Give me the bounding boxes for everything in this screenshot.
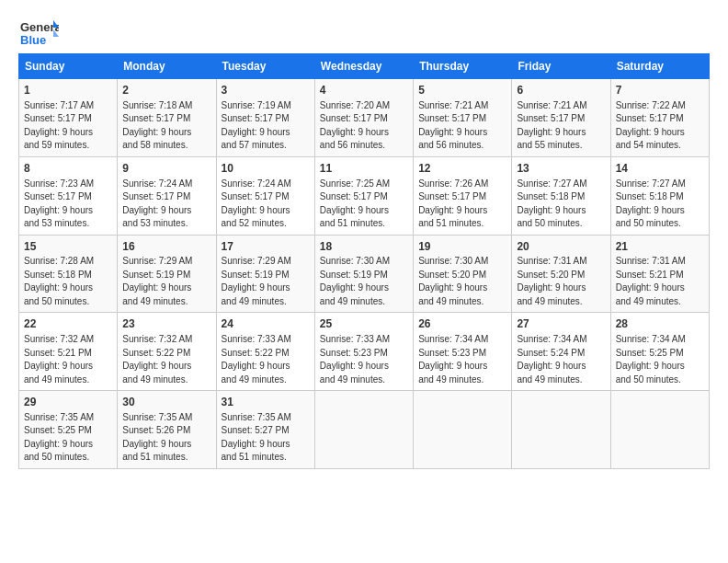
- col-header-saturday: Saturday: [610, 54, 709, 79]
- logo: General Blue: [18, 17, 59, 50]
- cell-1-7: 7Sunrise: 7:22 AMSunset: 5:17 PMDaylight…: [610, 79, 709, 157]
- cell-content: Sunrise: 7:18 AMSunset: 5:17 PMDaylight:…: [122, 99, 210, 153]
- cell-5-6: [512, 391, 610, 469]
- cell-4-6: 27Sunrise: 7:34 AMSunset: 5:24 PMDayligh…: [512, 313, 610, 391]
- week-row-2: 8Sunrise: 7:23 AMSunset: 5:17 PMDaylight…: [19, 156, 710, 235]
- cell-3-7: 21Sunrise: 7:31 AMSunset: 5:21 PMDayligh…: [610, 235, 709, 313]
- day-number: 22: [24, 316, 112, 332]
- day-number: 17: [222, 239, 310, 255]
- cell-1-5: 5Sunrise: 7:21 AMSunset: 5:17 PMDaylight…: [414, 79, 512, 157]
- cell-content: Sunrise: 7:32 AMSunset: 5:22 PMDaylight:…: [122, 333, 210, 386]
- cell-content: Sunrise: 7:31 AMSunset: 5:21 PMDaylight:…: [616, 255, 704, 308]
- day-number: 23: [122, 316, 210, 332]
- day-number: 1: [24, 83, 112, 98]
- cell-content: Sunrise: 7:27 AMSunset: 5:18 PMDaylight:…: [517, 178, 605, 231]
- day-number: 10: [222, 161, 310, 177]
- cell-content: Sunrise: 7:34 AMSunset: 5:25 PMDaylight:…: [616, 333, 704, 386]
- cell-2-7: 14Sunrise: 7:27 AMSunset: 5:18 PMDayligh…: [610, 156, 709, 235]
- col-header-wednesday: Wednesday: [314, 54, 413, 79]
- week-row-5: 29Sunrise: 7:35 AMSunset: 5:25 PMDayligh…: [19, 391, 710, 469]
- cell-3-5: 19Sunrise: 7:30 AMSunset: 5:20 PMDayligh…: [414, 235, 512, 313]
- cell-content: Sunrise: 7:23 AMSunset: 5:17 PMDaylight:…: [24, 178, 112, 231]
- cell-1-3: 3Sunrise: 7:19 AMSunset: 5:17 PMDaylight…: [216, 79, 314, 157]
- cell-content: Sunrise: 7:21 AMSunset: 5:17 PMDaylight:…: [418, 99, 506, 153]
- col-header-monday: Monday: [118, 54, 216, 79]
- cell-5-7: [610, 391, 709, 469]
- cell-content: Sunrise: 7:25 AMSunset: 5:17 PMDaylight:…: [320, 178, 408, 231]
- col-header-friday: Friday: [512, 54, 610, 79]
- cell-1-4: 4Sunrise: 7:20 AMSunset: 5:17 PMDaylight…: [314, 79, 413, 157]
- day-number: 7: [616, 83, 704, 98]
- cell-content: Sunrise: 7:34 AMSunset: 5:24 PMDaylight:…: [517, 333, 605, 386]
- cell-content: Sunrise: 7:33 AMSunset: 5:23 PMDaylight:…: [320, 333, 408, 386]
- week-row-3: 15Sunrise: 7:28 AMSunset: 5:18 PMDayligh…: [19, 235, 710, 313]
- cell-content: Sunrise: 7:29 AMSunset: 5:19 PMDaylight:…: [222, 255, 310, 308]
- cell-content: Sunrise: 7:26 AMSunset: 5:17 PMDaylight:…: [418, 178, 506, 231]
- cell-4-3: 24Sunrise: 7:33 AMSunset: 5:22 PMDayligh…: [216, 313, 314, 391]
- cell-content: Sunrise: 7:35 AMSunset: 5:26 PMDaylight:…: [122, 411, 210, 465]
- day-number: 13: [517, 161, 605, 177]
- cell-5-4: [314, 391, 413, 469]
- cell-2-5: 12Sunrise: 7:26 AMSunset: 5:17 PMDayligh…: [414, 156, 512, 235]
- day-number: 24: [222, 316, 310, 332]
- cell-2-6: 13Sunrise: 7:27 AMSunset: 5:18 PMDayligh…: [512, 156, 610, 235]
- page: General Blue SundayMondayTuesdayWednesda…: [0, 0, 728, 478]
- cell-content: Sunrise: 7:24 AMSunset: 5:17 PMDaylight:…: [122, 178, 210, 231]
- cell-content: Sunrise: 7:22 AMSunset: 5:17 PMDaylight:…: [616, 99, 704, 153]
- day-number: 12: [418, 161, 506, 177]
- day-number: 26: [418, 316, 506, 332]
- day-number: 8: [24, 161, 112, 177]
- cell-content: Sunrise: 7:19 AMSunset: 5:17 PMDaylight:…: [222, 99, 310, 153]
- day-number: 31: [222, 395, 310, 410]
- day-number: 28: [616, 316, 704, 332]
- svg-text:Blue: Blue: [20, 33, 46, 47]
- cell-4-2: 23Sunrise: 7:32 AMSunset: 5:22 PMDayligh…: [118, 313, 216, 391]
- cell-5-2: 30Sunrise: 7:35 AMSunset: 5:26 PMDayligh…: [118, 391, 216, 469]
- cell-3-6: 20Sunrise: 7:31 AMSunset: 5:20 PMDayligh…: [512, 235, 610, 313]
- day-number: 16: [122, 239, 210, 255]
- cell-content: Sunrise: 7:30 AMSunset: 5:20 PMDaylight:…: [418, 255, 506, 308]
- cell-3-4: 18Sunrise: 7:30 AMSunset: 5:19 PMDayligh…: [314, 235, 413, 313]
- cell-2-3: 10Sunrise: 7:24 AMSunset: 5:17 PMDayligh…: [216, 156, 314, 235]
- calendar-table: SundayMondayTuesdayWednesdayThursdayFrid…: [18, 53, 710, 469]
- cell-content: Sunrise: 7:32 AMSunset: 5:21 PMDaylight:…: [24, 333, 112, 386]
- svg-text:General: General: [20, 20, 59, 34]
- cell-1-1: 1Sunrise: 7:17 AMSunset: 5:17 PMDaylight…: [19, 79, 118, 157]
- logo-svg: General Blue: [18, 17, 59, 50]
- header: General Blue: [18, 17, 710, 50]
- day-number: 9: [122, 161, 210, 177]
- cell-content: Sunrise: 7:33 AMSunset: 5:22 PMDaylight:…: [222, 333, 310, 386]
- day-number: 14: [616, 161, 704, 177]
- week-row-4: 22Sunrise: 7:32 AMSunset: 5:21 PMDayligh…: [19, 313, 710, 391]
- day-number: 11: [320, 161, 408, 177]
- cell-3-2: 16Sunrise: 7:29 AMSunset: 5:19 PMDayligh…: [118, 235, 216, 313]
- cell-content: Sunrise: 7:34 AMSunset: 5:23 PMDaylight:…: [418, 333, 506, 386]
- cell-content: Sunrise: 7:29 AMSunset: 5:19 PMDaylight:…: [122, 255, 210, 308]
- cell-5-1: 29Sunrise: 7:35 AMSunset: 5:25 PMDayligh…: [19, 391, 118, 469]
- day-number: 20: [517, 239, 605, 255]
- cell-4-7: 28Sunrise: 7:34 AMSunset: 5:25 PMDayligh…: [610, 313, 709, 391]
- day-number: 19: [418, 239, 506, 255]
- cell-2-2: 9Sunrise: 7:24 AMSunset: 5:17 PMDaylight…: [118, 156, 216, 235]
- day-number: 15: [24, 239, 112, 255]
- cell-4-4: 25Sunrise: 7:33 AMSunset: 5:23 PMDayligh…: [314, 313, 413, 391]
- cell-content: Sunrise: 7:28 AMSunset: 5:18 PMDaylight:…: [24, 255, 112, 308]
- cell-content: Sunrise: 7:24 AMSunset: 5:17 PMDaylight:…: [222, 178, 310, 231]
- cell-content: Sunrise: 7:35 AMSunset: 5:25 PMDaylight:…: [24, 411, 112, 465]
- col-header-thursday: Thursday: [414, 54, 512, 79]
- col-header-sunday: Sunday: [19, 54, 118, 79]
- cell-1-2: 2Sunrise: 7:18 AMSunset: 5:17 PMDaylight…: [118, 79, 216, 157]
- col-header-tuesday: Tuesday: [216, 54, 314, 79]
- day-number: 6: [517, 83, 605, 98]
- cell-4-1: 22Sunrise: 7:32 AMSunset: 5:21 PMDayligh…: [19, 313, 118, 391]
- day-number: 30: [122, 395, 210, 410]
- day-number: 2: [122, 83, 210, 98]
- day-number: 25: [320, 316, 408, 332]
- day-number: 3: [222, 83, 310, 98]
- cell-3-3: 17Sunrise: 7:29 AMSunset: 5:19 PMDayligh…: [216, 235, 314, 313]
- day-number: 4: [320, 83, 408, 98]
- cell-3-1: 15Sunrise: 7:28 AMSunset: 5:18 PMDayligh…: [19, 235, 118, 313]
- day-number: 5: [418, 83, 506, 98]
- day-number: 27: [517, 316, 605, 332]
- day-number: 29: [24, 395, 112, 410]
